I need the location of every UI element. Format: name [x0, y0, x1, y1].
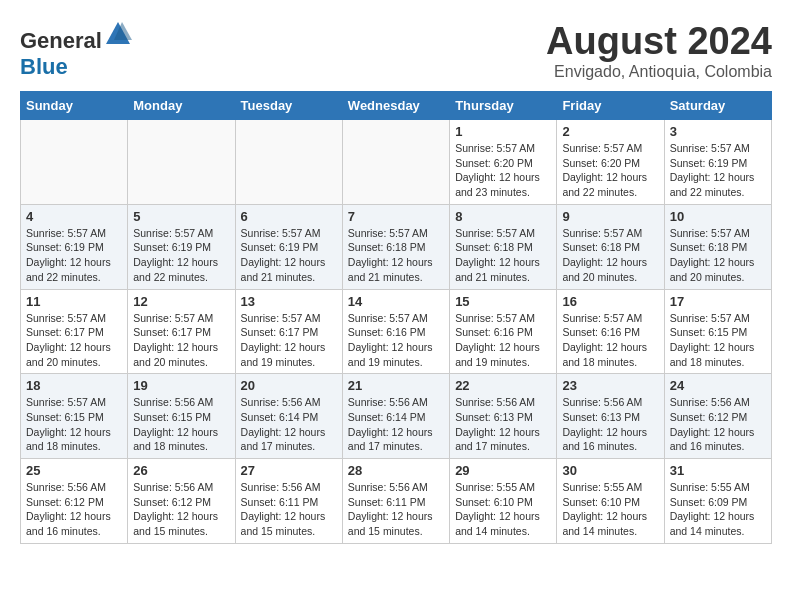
day-info: Sunrise: 5:56 AMSunset: 6:12 PMDaylight:… [26, 480, 122, 539]
day-number: 24 [670, 378, 766, 393]
weekday-header-wednesday: Wednesday [342, 92, 449, 120]
day-number: 28 [348, 463, 444, 478]
day-info: Sunrise: 5:56 AMSunset: 6:14 PMDaylight:… [241, 395, 337, 454]
day-number: 23 [562, 378, 658, 393]
day-info: Sunrise: 5:56 AMSunset: 6:11 PMDaylight:… [241, 480, 337, 539]
calendar-day-cell: 13Sunrise: 5:57 AMSunset: 6:17 PMDayligh… [235, 289, 342, 374]
day-info: Sunrise: 5:56 AMSunset: 6:12 PMDaylight:… [670, 395, 766, 454]
day-info: Sunrise: 5:57 AMSunset: 6:19 PMDaylight:… [26, 226, 122, 285]
calendar-day-cell: 3Sunrise: 5:57 AMSunset: 6:19 PMDaylight… [664, 120, 771, 205]
calendar-table: SundayMondayTuesdayWednesdayThursdayFrid… [20, 91, 772, 544]
day-info: Sunrise: 5:55 AMSunset: 6:10 PMDaylight:… [562, 480, 658, 539]
calendar-day-cell: 18Sunrise: 5:57 AMSunset: 6:15 PMDayligh… [21, 374, 128, 459]
calendar-day-cell [128, 120, 235, 205]
day-info: Sunrise: 5:57 AMSunset: 6:18 PMDaylight:… [562, 226, 658, 285]
day-number: 7 [348, 209, 444, 224]
title-section: August 2024 Envigado, Antioquia, Colombi… [546, 20, 772, 81]
day-number: 20 [241, 378, 337, 393]
day-number: 19 [133, 378, 229, 393]
calendar-day-cell: 2Sunrise: 5:57 AMSunset: 6:20 PMDaylight… [557, 120, 664, 205]
day-number: 30 [562, 463, 658, 478]
day-number: 5 [133, 209, 229, 224]
calendar-day-cell: 21Sunrise: 5:56 AMSunset: 6:14 PMDayligh… [342, 374, 449, 459]
day-number: 12 [133, 294, 229, 309]
calendar-day-cell: 30Sunrise: 5:55 AMSunset: 6:10 PMDayligh… [557, 459, 664, 544]
day-info: Sunrise: 5:57 AMSunset: 6:19 PMDaylight:… [670, 141, 766, 200]
day-info: Sunrise: 5:57 AMSunset: 6:19 PMDaylight:… [241, 226, 337, 285]
day-info: Sunrise: 5:56 AMSunset: 6:14 PMDaylight:… [348, 395, 444, 454]
day-info: Sunrise: 5:56 AMSunset: 6:12 PMDaylight:… [133, 480, 229, 539]
logo: General Blue [20, 20, 132, 80]
day-number: 3 [670, 124, 766, 139]
calendar-header-row: SundayMondayTuesdayWednesdayThursdayFrid… [21, 92, 772, 120]
calendar-day-cell: 4Sunrise: 5:57 AMSunset: 6:19 PMDaylight… [21, 204, 128, 289]
calendar-week-row: 11Sunrise: 5:57 AMSunset: 6:17 PMDayligh… [21, 289, 772, 374]
day-number: 18 [26, 378, 122, 393]
month-title: August 2024 [546, 20, 772, 63]
day-info: Sunrise: 5:57 AMSunset: 6:17 PMDaylight:… [133, 311, 229, 370]
day-info: Sunrise: 5:57 AMSunset: 6:18 PMDaylight:… [348, 226, 444, 285]
day-number: 10 [670, 209, 766, 224]
day-number: 26 [133, 463, 229, 478]
weekday-header-monday: Monday [128, 92, 235, 120]
calendar-day-cell: 8Sunrise: 5:57 AMSunset: 6:18 PMDaylight… [450, 204, 557, 289]
calendar-day-cell: 9Sunrise: 5:57 AMSunset: 6:18 PMDaylight… [557, 204, 664, 289]
calendar-week-row: 4Sunrise: 5:57 AMSunset: 6:19 PMDaylight… [21, 204, 772, 289]
page-header: General Blue August 2024 Envigado, Antio… [20, 20, 772, 81]
calendar-day-cell: 26Sunrise: 5:56 AMSunset: 6:12 PMDayligh… [128, 459, 235, 544]
calendar-day-cell: 10Sunrise: 5:57 AMSunset: 6:18 PMDayligh… [664, 204, 771, 289]
day-info: Sunrise: 5:57 AMSunset: 6:19 PMDaylight:… [133, 226, 229, 285]
calendar-day-cell [21, 120, 128, 205]
day-number: 6 [241, 209, 337, 224]
day-number: 11 [26, 294, 122, 309]
calendar-day-cell: 24Sunrise: 5:56 AMSunset: 6:12 PMDayligh… [664, 374, 771, 459]
day-number: 16 [562, 294, 658, 309]
day-info: Sunrise: 5:57 AMSunset: 6:17 PMDaylight:… [241, 311, 337, 370]
calendar-day-cell: 6Sunrise: 5:57 AMSunset: 6:19 PMDaylight… [235, 204, 342, 289]
day-info: Sunrise: 5:57 AMSunset: 6:18 PMDaylight:… [455, 226, 551, 285]
day-number: 2 [562, 124, 658, 139]
day-info: Sunrise: 5:57 AMSunset: 6:16 PMDaylight:… [348, 311, 444, 370]
day-number: 27 [241, 463, 337, 478]
calendar-day-cell: 29Sunrise: 5:55 AMSunset: 6:10 PMDayligh… [450, 459, 557, 544]
day-number: 14 [348, 294, 444, 309]
logo-text-general: General [20, 28, 102, 53]
weekday-header-saturday: Saturday [664, 92, 771, 120]
day-number: 22 [455, 378, 551, 393]
day-number: 9 [562, 209, 658, 224]
day-info: Sunrise: 5:57 AMSunset: 6:17 PMDaylight:… [26, 311, 122, 370]
weekday-header-friday: Friday [557, 92, 664, 120]
day-info: Sunrise: 5:57 AMSunset: 6:18 PMDaylight:… [670, 226, 766, 285]
calendar-day-cell: 15Sunrise: 5:57 AMSunset: 6:16 PMDayligh… [450, 289, 557, 374]
day-number: 17 [670, 294, 766, 309]
calendar-day-cell: 20Sunrise: 5:56 AMSunset: 6:14 PMDayligh… [235, 374, 342, 459]
day-number: 13 [241, 294, 337, 309]
calendar-day-cell: 7Sunrise: 5:57 AMSunset: 6:18 PMDaylight… [342, 204, 449, 289]
calendar-day-cell: 11Sunrise: 5:57 AMSunset: 6:17 PMDayligh… [21, 289, 128, 374]
calendar-day-cell: 19Sunrise: 5:56 AMSunset: 6:15 PMDayligh… [128, 374, 235, 459]
day-info: Sunrise: 5:57 AMSunset: 6:16 PMDaylight:… [455, 311, 551, 370]
weekday-header-sunday: Sunday [21, 92, 128, 120]
day-info: Sunrise: 5:57 AMSunset: 6:16 PMDaylight:… [562, 311, 658, 370]
day-number: 8 [455, 209, 551, 224]
calendar-week-row: 1Sunrise: 5:57 AMSunset: 6:20 PMDaylight… [21, 120, 772, 205]
weekday-header-thursday: Thursday [450, 92, 557, 120]
calendar-day-cell [342, 120, 449, 205]
day-info: Sunrise: 5:57 AMSunset: 6:15 PMDaylight:… [670, 311, 766, 370]
calendar-day-cell: 17Sunrise: 5:57 AMSunset: 6:15 PMDayligh… [664, 289, 771, 374]
day-info: Sunrise: 5:56 AMSunset: 6:15 PMDaylight:… [133, 395, 229, 454]
day-info: Sunrise: 5:56 AMSunset: 6:13 PMDaylight:… [562, 395, 658, 454]
calendar-week-row: 18Sunrise: 5:57 AMSunset: 6:15 PMDayligh… [21, 374, 772, 459]
calendar-day-cell: 25Sunrise: 5:56 AMSunset: 6:12 PMDayligh… [21, 459, 128, 544]
calendar-day-cell: 14Sunrise: 5:57 AMSunset: 6:16 PMDayligh… [342, 289, 449, 374]
day-info: Sunrise: 5:57 AMSunset: 6:15 PMDaylight:… [26, 395, 122, 454]
day-info: Sunrise: 5:57 AMSunset: 6:20 PMDaylight:… [562, 141, 658, 200]
calendar-day-cell [235, 120, 342, 205]
day-number: 31 [670, 463, 766, 478]
calendar-day-cell: 12Sunrise: 5:57 AMSunset: 6:17 PMDayligh… [128, 289, 235, 374]
day-info: Sunrise: 5:57 AMSunset: 6:20 PMDaylight:… [455, 141, 551, 200]
weekday-header-tuesday: Tuesday [235, 92, 342, 120]
logo-text-blue: Blue [20, 54, 68, 79]
day-number: 15 [455, 294, 551, 309]
calendar-day-cell: 27Sunrise: 5:56 AMSunset: 6:11 PMDayligh… [235, 459, 342, 544]
